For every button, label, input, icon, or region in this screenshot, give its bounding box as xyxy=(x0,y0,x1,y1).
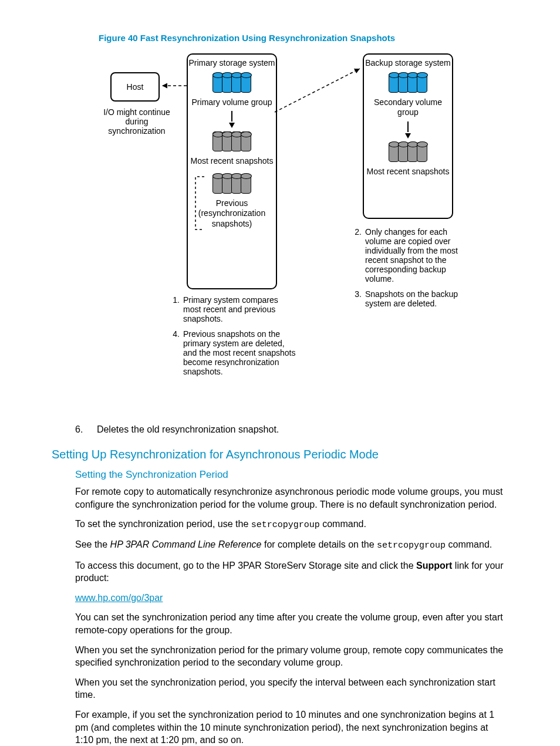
note-2: Only changes for each volume are copied … xyxy=(365,227,474,283)
paragraph-6: When you set the synchronization period … xyxy=(75,644,508,669)
primary-volume-cylinders xyxy=(213,73,251,95)
figure-title: Figure 40 Fast Resynchronization Using R… xyxy=(99,33,508,43)
paragraph-2: To set the synchronization period, use t… xyxy=(75,518,508,531)
paragraph-5: You can set the synchronization period a… xyxy=(75,611,508,636)
primary-title: Primary storage system xyxy=(188,58,276,68)
p3-a: See the xyxy=(75,539,110,549)
p2-a: To set the synchronization period, use t… xyxy=(75,519,251,529)
recent-snapshot-label: Most recent snapshots xyxy=(188,156,276,167)
p2-b: command. xyxy=(320,519,366,529)
backup-title: Backup storage system xyxy=(364,58,452,68)
paragraph-1: For remote copy to automatically resynch… xyxy=(75,485,508,511)
secondary-volume-label: Secondary volume group xyxy=(364,97,452,118)
hp-link[interactable]: www.hp.com/go/3par xyxy=(75,593,163,603)
p2-cmd: setrcopygroup xyxy=(251,520,320,530)
note-1: Primary system compares most recent and … xyxy=(183,295,298,323)
paragraph-7: When you set the synchronization period,… xyxy=(75,676,508,701)
host-caption: I/O might continue during synchronizatio… xyxy=(99,107,175,136)
p4-a: To access this document, go to the HP 3P… xyxy=(75,561,416,571)
section-heading: Setting Up Resynchronization for Asynchr… xyxy=(52,447,508,463)
svg-line-1 xyxy=(275,69,360,112)
notes-right: 2.Only changes for each volume are copie… xyxy=(351,227,474,314)
paragraph-8: For example, if you set the synchronizat… xyxy=(75,708,508,746)
p3-cmd: setrcopygroup xyxy=(377,541,446,551)
note-4: Previous snapshots on the primary system… xyxy=(183,329,298,376)
backup-system-box: Backup storage system Secondary volume g… xyxy=(363,53,453,219)
previous-snapshot-label: Previous (resynchronization snapshots) xyxy=(188,198,276,229)
paragraph-4: To access this document, go to the HP 3P… xyxy=(75,559,508,585)
p4-bold: Support xyxy=(416,561,452,571)
recent-snapshot-cylinders xyxy=(213,131,251,154)
step-6-text: Deletes the old resynchronization snapsh… xyxy=(97,424,279,434)
diagram: Host I/O might continue during synchroni… xyxy=(99,53,521,413)
secondary-volume-cylinders xyxy=(389,73,427,95)
note-3: Snapshots on the backup system are delet… xyxy=(365,289,474,308)
host-box: Host xyxy=(110,72,160,102)
backup-recent-cylinders xyxy=(389,142,427,164)
subsection-heading: Setting the Synchronization Period xyxy=(75,468,508,482)
previous-snapshot-cylinders xyxy=(213,174,251,196)
p3-b: for complete details on the xyxy=(262,539,377,549)
paragraph-3: See the HP 3PAR Command Line Reference f… xyxy=(75,538,508,552)
numbered-step-6: 6. Deletes the old resynchronization sna… xyxy=(75,424,508,435)
p3-c: command. xyxy=(446,539,492,549)
backup-recent-label: Most recent snapshots xyxy=(364,167,452,177)
p3-italic: HP 3PAR Command Line Reference xyxy=(110,539,262,549)
primary-system-box: Primary storage system Primary volume gr… xyxy=(187,53,277,289)
notes-left: 1.Primary system compares most recent an… xyxy=(169,295,298,382)
primary-volume-label: Primary volume group xyxy=(188,97,276,108)
host-label: Host xyxy=(127,82,144,92)
